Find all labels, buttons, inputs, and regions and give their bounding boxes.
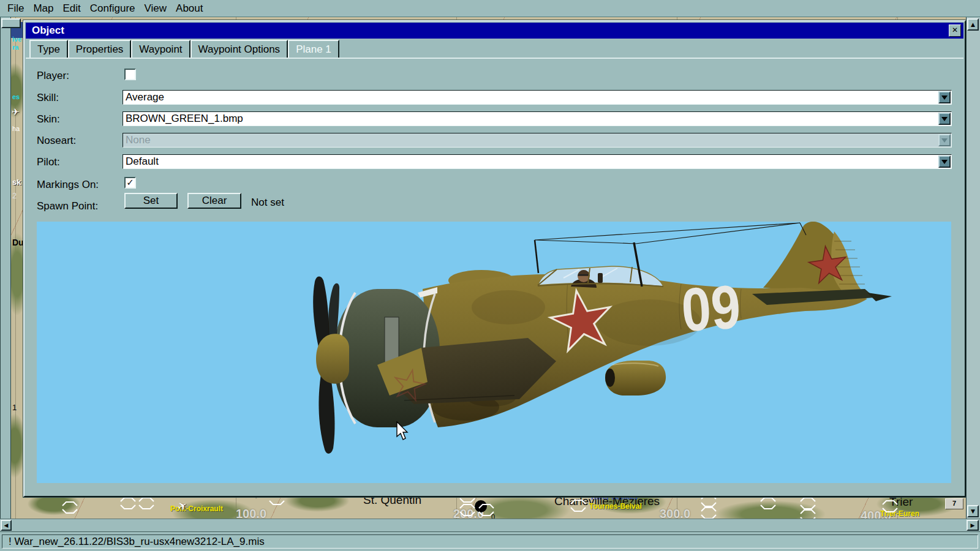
close-icon: ✕ [952,26,958,34]
scroll-right-button[interactable]: ▶ [967,520,979,531]
map-edge-fragment: 1 [12,403,17,412]
skill-dropdown-arrow[interactable] [938,91,951,103]
tab-waypoint-options[interactable]: Waypoint Options [190,40,288,58]
skin-value: BROWN_GREEN_1.bmp [126,113,243,124]
noseart-dropdown: None [123,133,952,148]
chevron-down-icon [941,96,948,103]
map-edge-fragment: ra [12,43,18,51]
check-icon: ✓ [126,177,134,188]
scroll-left-icon: ◀ [4,522,9,528]
player-label: Player: [37,70,69,82]
menu-item-view[interactable]: View [145,2,167,15]
airfield-icon [119,497,137,510]
plane-icon: ✈ [12,107,20,118]
close-button[interactable]: ✕ [949,24,961,37]
spawn-clear-button[interactable]: Clear [187,193,241,209]
pilot-value: Default [126,156,159,167]
menu-item-edit[interactable]: Edit [62,2,80,15]
map-grid-label-100: 100.0 [236,507,266,519]
dialog-title-bar[interactable]: Object ✕ [26,23,963,39]
airfield-icon [799,497,816,510]
skin-dropdown-arrow[interactable] [938,113,951,125]
aircraft-preview: 09 [37,222,951,483]
menu-item-configure[interactable]: Configure [90,2,135,15]
object-dialog: Object ✕ Type Properties Waypoint Waypoi… [23,20,966,497]
player-checkbox[interactable] [124,69,136,80]
horizontal-scrollbar[interactable]: ◀ ▶ [0,519,980,531]
markings-checkbox[interactable]: ✓ [124,177,136,189]
tab-strip: Type Properties Waypoint Waypoint Option… [29,40,339,58]
window-left-frame [0,17,11,519]
spawn-status: Not set [251,197,284,209]
dialog-title: Object [32,24,64,36]
scroll-down-button[interactable]: ▼ [967,505,979,517]
mouse-cursor [396,421,409,441]
noseart-value: None [126,134,151,146]
airfield-icon [760,497,777,510]
airfield-icon [478,503,495,517]
map-grid-label-300: 300.0 [660,507,690,519]
airfield-icon [61,501,78,514]
airfield-icon [459,503,476,517]
airfield-icon [138,497,155,510]
airfield-icon [700,506,717,519]
aircraft-image: 09 [37,222,951,483]
airfield-icon [570,499,587,512]
menu-item-file[interactable]: File [7,2,24,15]
window-frame-chip [1,18,21,28]
map-edge-fragment: Du [12,238,24,247]
tab-plane-1[interactable]: Plane 1 [288,40,339,58]
aircraft-number: 09 [679,272,743,344]
skin-label: Skin: [37,113,60,126]
tab-waypoint[interactable]: Waypoint [131,40,190,58]
scroll-up-button[interactable]: ▲ [967,18,979,31]
menu-bar: File Map Edit Configure View About [0,0,980,17]
map-edge-fragment: ive [12,36,21,43]
chevron-down-icon [941,117,948,124]
noseart-label: Noseart: [37,135,76,147]
map-edge-fragment: ha [12,125,20,132]
scroll-left-button[interactable]: ◀ [1,520,12,531]
tab-properties[interactable]: Properties [68,40,131,58]
mission-file-path: ! War_new_26.11.22/BIS3b_ru-usx4new3212-… [2,534,978,549]
markings-label: Markings On: [37,179,99,191]
map-edge-fragment: es [12,93,20,100]
skin-dropdown[interactable]: BROWN_GREEN_1.bmp [123,111,952,126]
skill-dropdown[interactable]: Average [123,90,952,105]
noseart-dropdown-arrow [938,134,951,146]
skill-label: Skill: [37,92,59,104]
skill-value: Average [126,91,164,103]
map-edge-fragment: 2 [12,191,17,200]
menu-item-map[interactable]: Map [33,2,53,15]
map-zoom-level-button[interactable]: 7 [945,498,963,509]
pilot-dropdown[interactable]: Default [123,154,952,169]
map-edge-fragment: sk [12,178,21,187]
tab-strip-line [26,58,963,59]
spawn-point-label: Spawn Point: [37,200,98,212]
map-label-tournes: Tournes-Belval [589,502,642,511]
pilot-label: Pilot: [37,156,60,168]
pilot-dropdown-arrow[interactable] [938,156,951,168]
spawn-set-button[interactable]: Set [124,193,178,209]
tab-type[interactable]: Type [29,40,68,58]
status-bar: ! War_new_26.11.22/BIS3b_ru-usx4new3212-… [0,531,980,551]
airfield-icon [881,500,899,513]
scroll-right-icon: ▶ [971,522,975,528]
scroll-down-icon: ▼ [971,508,975,514]
airfield-icon [799,509,816,519]
vertical-scrollbar[interactable]: ▲ ▼ [966,17,980,519]
scroll-up-icon: ▲ [971,21,975,28]
chevron-down-icon [941,160,948,167]
menu-item-about[interactable]: About [176,2,203,15]
chevron-down-icon [941,138,948,146]
